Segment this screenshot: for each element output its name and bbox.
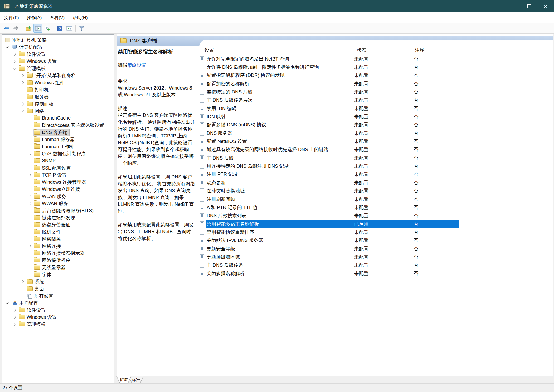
- tree-item[interactable]: 网络隔离: [2, 235, 114, 242]
- list-row[interactable]: 关闭多播名称解析未配置否: [199, 269, 459, 277]
- list-row[interactable]: 动态更新未配置否: [199, 178, 459, 187]
- list-row-body[interactable]: 注册 PTR 记录未配置否: [206, 170, 459, 178]
- tree-item[interactable]: 系统: [2, 278, 114, 285]
- tree-item[interactable]: BranchCache: [2, 115, 114, 122]
- list-row-body[interactable]: 主 DNS 后缀传递层次未配置否: [206, 96, 459, 104]
- list-row[interactable]: 更新安全等级未配置否: [199, 245, 459, 253]
- tree-node[interactable]: 热点身份验证: [33, 221, 72, 229]
- tree-expander-icon[interactable]: [19, 75, 26, 77]
- list-row[interactable]: 更新顶级域区域未配置否: [199, 253, 459, 261]
- tree-item[interactable]: "开始"菜单和任务栏: [2, 72, 114, 79]
- tree-item[interactable]: SNMP: [2, 157, 114, 164]
- tree-expander-icon[interactable]: [11, 309, 18, 311]
- tree-item[interactable]: Windows 设置: [2, 58, 114, 65]
- tree-item[interactable]: 打印机: [2, 86, 114, 93]
- list-row-body[interactable]: 配置多播 DNS (mDNS) 协议未配置否: [206, 121, 459, 129]
- tree-expander-icon[interactable]: [11, 53, 18, 55]
- list-row[interactable]: 主 DNS 后缀传递未配置否: [199, 261, 459, 269]
- tree-item[interactable]: QoS 数据包计划程序: [2, 150, 114, 157]
- maximize-button[interactable]: [521, 0, 537, 12]
- tree-item[interactable]: 网络连接: [2, 242, 114, 250]
- list-row[interactable]: IDN 映射未配置否: [199, 112, 459, 121]
- tree-item[interactable]: 链路层拓扑发现: [2, 214, 114, 221]
- tree-expander-icon[interactable]: [19, 111, 26, 112]
- list-row-body[interactable]: 更新顶级域区域未配置否: [206, 253, 459, 261]
- tree-node[interactable]: Windows 设置: [18, 314, 59, 321]
- tree-item[interactable]: 本地计算机 策略: [2, 36, 114, 43]
- list-row[interactable]: 禁用智能协议重新排序未配置否: [199, 228, 459, 236]
- tree-item[interactable]: Lanman 服务器: [2, 136, 114, 143]
- tree-expander-icon[interactable]: [4, 47, 11, 48]
- list-row[interactable]: 主 DNS 后缀未配置否: [199, 154, 459, 162]
- list-row-body[interactable]: 配置 NetBIOS 设置未配置否: [206, 137, 459, 145]
- tree-item[interactable]: 服务器: [2, 93, 114, 100]
- list-row[interactable]: 配置指定解析程序 (DDR) 协议的发现未配置否: [199, 71, 459, 80]
- tree-node[interactable]: DirectAccess 客户端体验设置: [33, 122, 106, 129]
- tree-expander-icon[interactable]: [19, 82, 26, 84]
- tree-expander-icon[interactable]: [26, 202, 33, 205]
- tree-node[interactable]: QoS 数据包计划程序: [33, 150, 88, 157]
- tree-item[interactable]: Windows 连接管理器: [2, 178, 114, 186]
- list-row[interactable]: 注册刷新间隔未配置否: [199, 195, 459, 203]
- list-row-body[interactable]: 关闭默认 IPv6 DNS 服务器未配置否: [206, 236, 459, 245]
- tree-node[interactable]: 后台智能传送服务(BITS): [33, 207, 96, 214]
- tree-node[interactable]: Windows 连接管理器: [33, 178, 88, 186]
- tree-expander-icon[interactable]: [26, 245, 33, 247]
- tree-node[interactable]: 脱机文件: [33, 228, 63, 236]
- tree-expander-icon[interactable]: [11, 68, 18, 69]
- tree-node[interactable]: Lanman 工作站: [33, 143, 77, 150]
- tree-expander-icon[interactable]: [11, 60, 18, 62]
- list-row[interactable]: 主 DNS 后缀传递层次未配置否: [199, 96, 459, 104]
- list-row[interactable]: 连接特定的 DNS 后缀未配置否: [199, 88, 459, 96]
- list-row-body[interactable]: 主 DNS 后缀传递未配置否: [206, 261, 459, 269]
- list-row-body[interactable]: 在冲突时替换地址未配置否: [206, 187, 459, 195]
- tree-node[interactable]: 打印机: [26, 86, 51, 93]
- list-row-body[interactable]: 主 DNS 后缀未配置否: [206, 154, 459, 162]
- tree-expander-icon[interactable]: [19, 281, 26, 283]
- tree-node[interactable]: 字体: [33, 271, 54, 278]
- tree-item[interactable]: 用户配置: [2, 299, 114, 306]
- list-row-body[interactable]: 连接特定的 DNS 后缀未配置否: [206, 88, 459, 96]
- tree-node[interactable]: TCPIP 设置: [33, 171, 69, 179]
- export-list-button[interactable]: [43, 24, 52, 33]
- list-row-body[interactable]: DNS 后缀搜索列表未配置否: [206, 212, 459, 220]
- tree-node[interactable]: 控制面板: [26, 100, 56, 108]
- tree-expander-icon[interactable]: [11, 316, 18, 318]
- tree-node[interactable]: 服务器: [26, 93, 51, 101]
- tree-item[interactable]: 软件设置: [2, 306, 114, 314]
- tree-item[interactable]: 计算机配置: [2, 43, 114, 51]
- tree-item[interactable]: 后台智能传送服务(BITS): [2, 207, 114, 214]
- list-row-body[interactable]: 允许将 DNS 后缀附加到非限定性多标签名称进行查询未配置否: [206, 63, 459, 71]
- tree-node[interactable]: Windows 组件: [26, 79, 67, 86]
- list-row-body[interactable]: 配置加密的名称解析未配置否: [206, 80, 459, 88]
- tree-node[interactable]: SNMP: [33, 157, 58, 164]
- tree-item[interactable]: TCPIP 设置: [2, 171, 114, 178]
- tree-item[interactable]: 软件设置: [2, 51, 114, 58]
- list-row[interactable]: 在冲突时替换地址未配置否: [199, 187, 459, 195]
- tree-node[interactable]: 所有设置: [26, 292, 55, 300]
- menu-file[interactable]: 文件(F): [0, 12, 23, 23]
- list-row[interactable]: 配置多播 DNS (mDNS) 协议未配置否: [199, 121, 459, 129]
- list-row-body[interactable]: A 和 PTR 记录的 TTL 值未配置否: [206, 203, 459, 211]
- tree-item[interactable]: Windows 组件: [2, 79, 114, 86]
- list-row-body[interactable]: 允许对完全限定的域名发出 NetBT 查询未配置否: [206, 55, 459, 63]
- list-row[interactable]: A 和 PTR 记录的 TTL 值未配置否: [199, 203, 459, 211]
- tree-node[interactable]: 网络连接: [33, 242, 63, 250]
- tree-item[interactable]: 热点身份验证: [2, 221, 114, 228]
- list-row-body[interactable]: 注册刷新间隔未配置否: [206, 195, 459, 203]
- column-header-status[interactable]: 状态: [357, 47, 366, 53]
- tree-item[interactable]: Windows 设置: [2, 314, 114, 321]
- filter-button[interactable]: [77, 24, 86, 33]
- show-console-tree-button[interactable]: [33, 24, 42, 33]
- tree-node[interactable]: 网络连接状态指示器: [33, 250, 87, 257]
- tree-node[interactable]: 软件设置: [18, 51, 48, 58]
- minimize-button[interactable]: [505, 0, 521, 12]
- tree-item[interactable]: 控制面板: [2, 100, 114, 107]
- tree-node[interactable]: WWAN 服务: [33, 200, 70, 207]
- list-row[interactable]: 配置加密的名称解析未配置否: [199, 80, 459, 88]
- menu-view[interactable]: 查看(V): [46, 12, 69, 23]
- column-header-comment[interactable]: 注释: [415, 47, 424, 53]
- tree-node[interactable]: 软件设置: [18, 306, 48, 314]
- tree-node[interactable]: BranchCache: [33, 115, 73, 121]
- help-button[interactable]: ?: [55, 24, 64, 33]
